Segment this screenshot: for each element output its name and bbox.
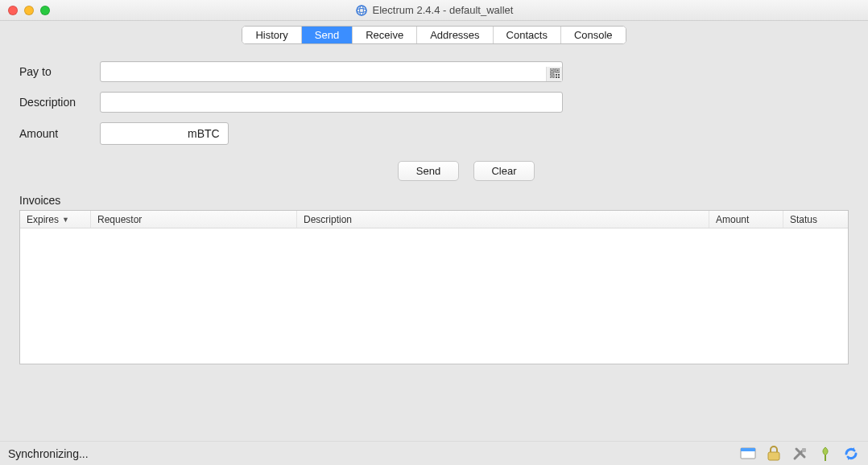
- titlebar: Electrum 2.4.4 - default_wallet: [0, 0, 868, 21]
- refresh-icon[interactable]: [842, 445, 860, 463]
- tab-addresses[interactable]: Addresses: [417, 27, 493, 43]
- sort-indicator-icon: ▼: [62, 216, 69, 224]
- network-status-icon[interactable]: [739, 445, 757, 463]
- svg-rect-6: [556, 70, 558, 72]
- status-text: Synchronizing...: [8, 447, 89, 460]
- svg-point-2: [359, 6, 363, 15]
- description-input[interactable]: [100, 92, 563, 113]
- svg-rect-8: [551, 76, 552, 77]
- svg-rect-4: [551, 70, 552, 72]
- svg-rect-14: [741, 448, 755, 451]
- column-requestor[interactable]: Requestor: [91, 211, 297, 228]
- svg-point-0: [357, 6, 366, 15]
- send-button[interactable]: Send: [398, 161, 459, 181]
- column-amount[interactable]: Amount: [709, 211, 783, 228]
- amount-input[interactable]: [101, 124, 181, 143]
- column-expires[interactable]: Expires ▼: [20, 211, 91, 228]
- svg-rect-12: [558, 76, 560, 78]
- svg-rect-16: [802, 448, 806, 452]
- column-description[interactable]: Description: [297, 211, 709, 228]
- window-title-text: Electrum 2.4.4 - default_wallet: [373, 4, 514, 16]
- close-window-button[interactable]: [8, 6, 18, 15]
- send-panel: Pay to Description Amount mBTC Send Clea…: [0, 43, 868, 364]
- invoices-header: Expires ▼ Requestor Description Amount S…: [20, 211, 848, 228]
- clear-button[interactable]: Clear: [473, 161, 535, 181]
- invoices-heading: Invoices: [19, 194, 849, 207]
- preferences-icon[interactable]: [791, 445, 808, 463]
- tab-contacts[interactable]: Contacts: [494, 27, 561, 43]
- tab-receive[interactable]: Receive: [353, 27, 417, 43]
- amount-box: mBTC: [100, 122, 229, 145]
- window-controls: [8, 6, 50, 15]
- tabs: History Send Receive Addresses Contacts …: [242, 26, 626, 44]
- svg-point-1: [357, 8, 366, 12]
- status-bar: Synchronizing...: [0, 441, 868, 465]
- invoices-table: Expires ▼ Requestor Description Amount S…: [19, 210, 849, 364]
- tab-send[interactable]: Send: [302, 27, 353, 43]
- zoom-window-button[interactable]: [40, 6, 50, 15]
- app-icon: [355, 4, 368, 17]
- amount-label: Amount: [19, 127, 100, 140]
- status-icons: [739, 445, 860, 463]
- svg-rect-9: [556, 74, 557, 76]
- minimize-window-button[interactable]: [24, 6, 34, 15]
- tab-history[interactable]: History: [242, 27, 301, 43]
- invoices-body[interactable]: [20, 228, 848, 364]
- amount-unit: mBTC: [188, 127, 220, 140]
- svg-rect-11: [556, 76, 557, 78]
- window-title: Electrum 2.4.4 - default_wallet: [0, 4, 868, 17]
- column-status[interactable]: Status: [783, 211, 848, 228]
- tab-bar: History Send Receive Addresses Contacts …: [0, 21, 868, 43]
- qr-scan-button[interactable]: [546, 67, 562, 81]
- qr-icon: [550, 67, 560, 81]
- svg-rect-10: [558, 74, 560, 76]
- description-label: Description: [19, 96, 100, 109]
- seed-icon[interactable]: [816, 445, 834, 463]
- tab-console[interactable]: Console: [561, 27, 626, 43]
- payto-label: Pay to: [19, 65, 100, 78]
- column-expires-label: Expires: [27, 214, 59, 225]
- payto-input[interactable]: [100, 61, 563, 82]
- svg-rect-15: [768, 452, 779, 460]
- lock-icon[interactable]: [765, 445, 783, 463]
